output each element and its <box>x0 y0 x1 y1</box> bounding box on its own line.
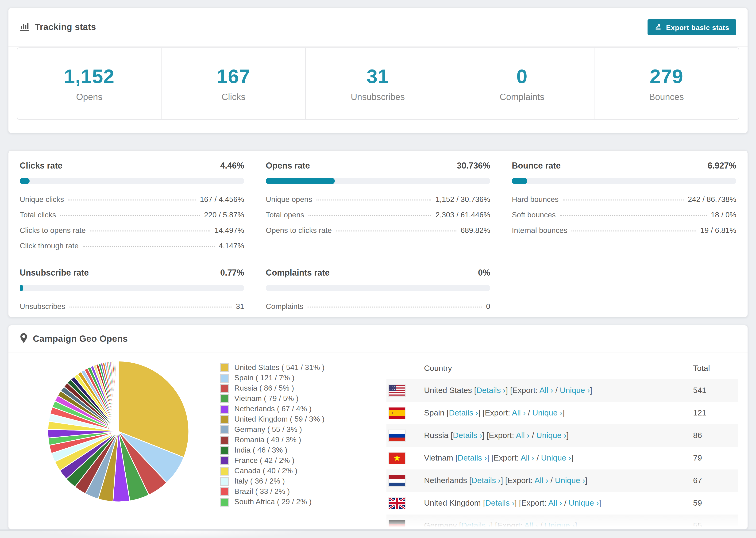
rate-percentage: 4.46% <box>220 161 244 171</box>
legend-label: United Kingdom ( 59 / 3% ) <box>234 415 324 423</box>
rate-title: Unsubscribe rate <box>20 268 89 278</box>
total-cell: 79 <box>693 454 738 463</box>
legend-label: Germany ( 55 / 3% ) <box>234 425 302 434</box>
rate-stat-label: Total clicks <box>20 211 56 219</box>
rate-panel-unsubscribe: Unsubscribe rate0.77%Unsubscribes31 <box>20 268 244 311</box>
export-all-link[interactable]: All › <box>524 521 538 529</box>
rate-stat-value: 167 / 4.456% <box>200 195 244 204</box>
geo-opens-title: Campaign Geo Opens <box>20 333 128 345</box>
bracket-text: ] <box>563 408 565 417</box>
stat-value: 279 <box>650 65 683 87</box>
dashboard-page: Tracking stats Export basic stats 1,152O… <box>0 0 756 538</box>
dotted-leader <box>307 306 482 307</box>
legend-swatch <box>220 446 229 455</box>
country-name: Vietnam <box>424 454 453 462</box>
details-link[interactable]: Details › <box>471 476 501 485</box>
bracket-text: ] <box>590 386 592 395</box>
export-unique-link[interactable]: Unique › <box>555 476 585 485</box>
export-all-link[interactable]: All › <box>520 454 534 462</box>
dotted-leader <box>308 215 431 216</box>
export-unique-link[interactable]: Unique › <box>532 408 563 417</box>
campaign-geo-opens-card: Campaign Geo Opens United States ( 541 /… <box>8 325 748 529</box>
table-row: Netherlands [Details ›] [Export: All › /… <box>387 469 738 492</box>
progress-bar <box>20 285 244 291</box>
rate-panel-complaints: Complaints rate0%Complaints0 <box>266 268 490 311</box>
details-link[interactable]: Details › <box>453 431 482 440</box>
export-unique-link[interactable]: Unique › <box>560 386 590 395</box>
rate-stat-row: Unique clicks167 / 4.456% <box>20 195 244 204</box>
stat-box: 0Complaints <box>450 48 594 119</box>
rate-percentage: 30.736% <box>457 161 490 171</box>
stat-label: Bounces <box>649 92 684 102</box>
export-all-link[interactable]: All › <box>512 408 526 417</box>
export-basic-stats-button[interactable]: Export basic stats <box>648 19 736 35</box>
legend-label: Netherlands ( 67 / 4% ) <box>234 405 311 413</box>
rate-title: Complaints rate <box>266 268 330 278</box>
rate-stat-row: Unique opens1,152 / 30.736% <box>266 195 490 204</box>
legend-item: Netherlands ( 67 / 4% ) <box>220 404 324 414</box>
legend-swatch <box>220 425 229 434</box>
legend-item: Russia ( 86 / 5% ) <box>220 383 324 394</box>
stat-label: Complaints <box>500 92 544 102</box>
rate-stat-value: 14.497% <box>215 226 244 235</box>
export-unique-link[interactable]: Unique › <box>568 499 599 508</box>
pie-slice[interactable] <box>118 361 118 431</box>
legend-item: India ( 46 / 3% ) <box>220 445 324 456</box>
progress-bar-fill <box>20 178 30 184</box>
bracket-text: [ <box>445 408 449 417</box>
tracking-stats-header: Tracking stats Export basic stats <box>9 8 747 47</box>
details-link[interactable]: Details › <box>476 386 506 395</box>
country-cell: United States [Details ›] [Export: All ›… <box>424 386 693 395</box>
details-link[interactable]: Details › <box>449 408 478 417</box>
stat-box: 167Clicks <box>162 48 306 119</box>
geo-table-header-row: CountryTotal <box>387 358 738 379</box>
progress-bar-fill <box>512 178 527 184</box>
tracking-stats-title: Tracking stats <box>20 21 96 33</box>
export-unique-link[interactable]: Unique › <box>541 454 571 462</box>
legend-label: South Africa ( 29 / 2% ) <box>234 498 311 506</box>
export-all-link[interactable]: All › <box>548 499 562 508</box>
vn-flag-icon <box>389 453 405 464</box>
rate-stat-value: 2,303 / 61.446% <box>436 211 490 219</box>
details-link[interactable]: Details › <box>461 521 491 529</box>
total-cell: 541 <box>693 386 738 395</box>
legend-swatch <box>220 363 229 372</box>
stat-box: 31Unsubscribes <box>306 48 450 119</box>
geo-opens-pie-chart[interactable] <box>47 360 190 503</box>
legend-item: United States ( 541 / 31% ) <box>220 362 324 373</box>
stat-box: 1,152Opens <box>17 48 162 119</box>
rate-panel-clicks: Clicks rate4.46%Unique clicks167 / 4.456… <box>20 161 244 250</box>
bracket-text: [ <box>481 499 485 508</box>
nl-flag-icon <box>389 475 405 486</box>
es-flag-icon <box>389 407 405 419</box>
legend-item: Romania ( 49 / 3% ) <box>220 435 324 445</box>
stat-label: Opens <box>76 92 102 102</box>
bar-chart-icon <box>20 21 29 33</box>
export-all-link[interactable]: All › <box>539 386 553 395</box>
stats-summary-row: 1,152Opens167Clicks31Unsubscribes0Compla… <box>17 47 739 120</box>
legend-label: Italy ( 36 / 2% ) <box>234 477 285 485</box>
legend-swatch <box>220 435 229 444</box>
country-name: Netherlands <box>424 476 467 485</box>
legend-swatch <box>220 456 229 465</box>
export-all-link[interactable]: All › <box>516 431 530 440</box>
export-unique-link[interactable]: Unique › <box>545 521 575 529</box>
tracking-stats-card: Tracking stats Export basic stats 1,152O… <box>8 8 748 133</box>
country-cell: Russia [Details ›] [Export: All › / Uniq… <box>424 431 693 440</box>
legend-swatch <box>220 404 229 413</box>
table-row: Spain [Details ›] [Export: All › / Uniqu… <box>387 402 738 424</box>
country-column-header: Country <box>424 364 693 373</box>
separator-text: / <box>530 431 536 440</box>
rate-stat-label: Internal bounces <box>512 226 567 235</box>
stat-box: 279Bounces <box>594 48 739 119</box>
details-link[interactable]: Details › <box>458 454 487 462</box>
legend-item: Germany ( 55 / 3% ) <box>220 424 324 435</box>
bracket-text: [ <box>472 386 476 395</box>
rate-title: Clicks rate <box>20 161 63 171</box>
details-link[interactable]: Details › <box>485 499 514 508</box>
rate-stat-value: 18 / 0% <box>711 211 736 219</box>
rate-panel-bounce: Bounce rate6.927%Hard bounces242 / 86.73… <box>512 161 736 250</box>
export-all-link[interactable]: All › <box>535 476 549 485</box>
export-unique-link[interactable]: Unique › <box>536 431 567 440</box>
rate-stat-value: 1,152 / 30.736% <box>436 195 490 204</box>
